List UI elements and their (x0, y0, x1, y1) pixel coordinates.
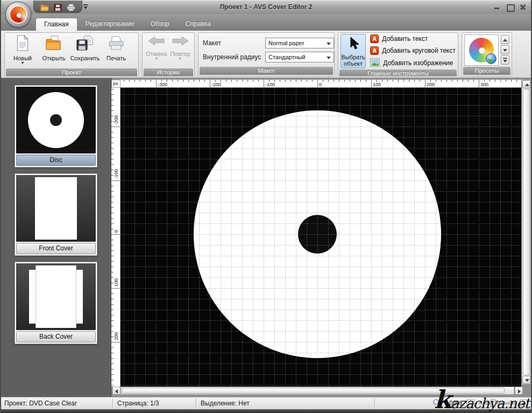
svg-text:300: 300 (480, 82, 488, 87)
ribbon-tabs: Главная Редактирование Обзор Справка (1, 14, 531, 31)
front-cover-preview (16, 175, 96, 242)
tab-home[interactable]: Главная (36, 18, 77, 31)
ruler-unit-label: px (111, 80, 120, 88)
window-controls (493, 4, 527, 10)
page-label[interactable]: Disc (16, 155, 96, 166)
ribbon: Новый Открыть Сохранить Печать Проект (1, 31, 531, 78)
presets-more-icon[interactable] (501, 55, 509, 65)
cursor-icon (347, 37, 360, 53)
group-layout: Макет Normal paper Внутренний радиус Ста… (198, 32, 335, 76)
layout-field-label: Макет (203, 39, 265, 47)
design-canvas[interactable] (120, 88, 521, 387)
add-text-icon: A (370, 34, 379, 43)
globe-download-icon (486, 53, 496, 64)
add-circular-text-button[interactable]: A Добавить круговой текст (370, 46, 456, 55)
save-floppy-icon (76, 35, 94, 53)
redo-arrow-icon (171, 35, 189, 49)
app-window: Проект 1 - AVS Cover Editor 2 Главная Ре… (0, 0, 532, 413)
open-button[interactable]: Открыть (38, 34, 69, 67)
scroll-up-icon[interactable] (522, 80, 530, 88)
watermark: kazachya.net (434, 391, 529, 411)
svg-text:200: 200 (114, 332, 119, 340)
vertical-ruler: -200-1000100200 (111, 88, 120, 387)
print-button[interactable]: Печать (101, 34, 132, 67)
title-bar: Проект 1 - AVS Cover Editor 2 (1, 0, 531, 14)
svg-text:-200: -200 (114, 115, 119, 125)
redo-button[interactable]: Повтор (168, 34, 192, 67)
group-label-main-tools: Главные инструменты (339, 69, 457, 76)
page-thumb-front-cover[interactable]: Front Cover (15, 173, 97, 256)
inner-radius-field-label: Внутренний радиус (203, 53, 265, 61)
undo-button[interactable]: Отмена (145, 34, 168, 67)
new-document-icon (16, 35, 30, 53)
page-thumb-disc[interactable]: Disc (15, 85, 97, 167)
presets-scroll-up-icon[interactable] (501, 35, 509, 44)
disc-preview (16, 87, 96, 153)
svg-text:0: 0 (114, 230, 119, 233)
svg-text:200: 200 (427, 82, 435, 87)
add-circular-text-icon: A (370, 46, 379, 55)
add-image-icon (370, 58, 380, 68)
group-main-tools: Выбрать объект A Добавить текст A Добави… (338, 32, 458, 76)
group-history: Отмена Повтор История (142, 32, 195, 76)
page-label[interactable]: Back Cover (16, 331, 96, 342)
svg-text:0: 0 (319, 82, 322, 87)
back-cover-thumb-icon (36, 265, 76, 328)
tab-view[interactable]: Обзор (143, 18, 178, 31)
main-area: Disc Front Cover Back Cover px -300-200-… (1, 78, 531, 397)
app-menu-button[interactable] (5, 2, 31, 27)
layout-select[interactable]: Normal paper (265, 38, 334, 48)
group-label-project: Проект (6, 68, 137, 76)
window-title: Проект 1 - AVS Cover Editor 2 (1, 3, 531, 11)
undo-dropdown-icon (155, 58, 158, 60)
maximize-icon[interactable] (506, 4, 514, 10)
close-icon[interactable] (519, 4, 527, 10)
back-cover-preview (16, 263, 96, 330)
scroll-left-icon[interactable] (112, 387, 120, 395)
pages-sidebar: Disc Front Cover Back Cover (1, 78, 111, 397)
select-object-button[interactable]: Выбрать объект (341, 34, 366, 68)
vertical-scroll-thumb[interactable] (523, 89, 530, 375)
svg-text:100: 100 (373, 82, 381, 87)
group-presets: Пресеты (462, 32, 512, 76)
status-page: Страница: 1/3 (117, 400, 159, 407)
horizontal-ruler: -300-200-1000100200300 (120, 80, 521, 88)
group-label-layout: Макет (200, 67, 333, 75)
minimize-icon[interactable] (493, 4, 501, 10)
scroll-down-icon[interactable] (522, 376, 530, 384)
page-label[interactable]: Front Cover (16, 243, 96, 254)
status-divider (112, 398, 113, 408)
group-project: Новый Открыть Сохранить Печать Проект (4, 32, 139, 76)
save-button[interactable]: Сохранить (69, 34, 101, 67)
tab-help[interactable]: Справка (178, 18, 219, 31)
status-selection: Выделение: Нет (201, 400, 250, 407)
canvas-area: px -300-200-1000100200300 -200-100010020… (111, 78, 532, 397)
avs-logo-icon (9, 5, 27, 24)
svg-text:-300: -300 (158, 82, 167, 87)
status-divider (374, 398, 375, 408)
svg-text:100: 100 (114, 278, 119, 286)
page-thumb-back-cover[interactable]: Back Cover (15, 262, 97, 344)
status-divider (196, 398, 196, 408)
status-project: Проект: DVD Case Clear (4, 400, 77, 407)
open-folder-icon (45, 35, 62, 53)
front-cover-thumb-icon (35, 177, 77, 240)
preset-thumbnail[interactable] (464, 34, 499, 66)
tab-edit[interactable]: Редактирование (77, 18, 143, 31)
undo-arrow-icon (147, 35, 166, 49)
vertical-scrollbar[interactable] (522, 80, 531, 384)
group-label-history: История (144, 68, 193, 76)
group-label-presets: Пресеты (463, 67, 510, 75)
new-button[interactable]: Новый (7, 34, 38, 67)
presets-scroll-down-icon[interactable] (501, 45, 509, 54)
svg-text:-100: -100 (114, 169, 119, 179)
svg-text:-100: -100 (265, 82, 275, 87)
printer-icon (108, 35, 124, 53)
disc-thumb-icon (28, 92, 84, 148)
add-image-button[interactable]: Добавить изображение (370, 58, 456, 68)
new-dropdown-icon (21, 62, 24, 64)
redo-dropdown-icon (179, 58, 182, 60)
inner-radius-select[interactable]: Стандартный (265, 52, 334, 62)
svg-text:-200: -200 (211, 82, 221, 87)
add-text-button[interactable]: A Добавить текст (370, 34, 456, 43)
